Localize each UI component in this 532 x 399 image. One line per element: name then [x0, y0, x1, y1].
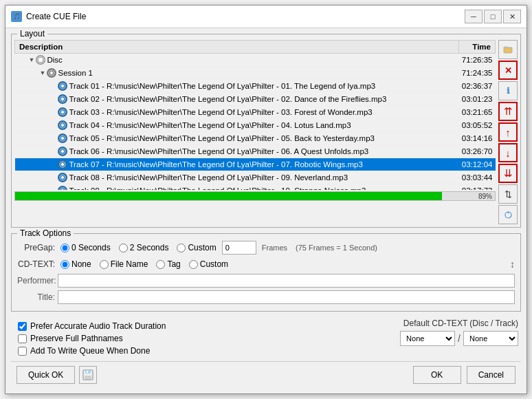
progress-bar-container: 89% [14, 191, 496, 201]
table-row[interactable]: Track 07 - R:\music\New\Philter\The Lege… [15, 158, 496, 171]
layout-group: Layout Description Time [11, 34, 521, 228]
close-button[interactable]: ✕ [503, 10, 521, 23]
default-cdtext-track-select[interactable]: None Artist Title [463, 331, 518, 346]
pregap-custom-label[interactable]: Custom [177, 243, 216, 252]
row-label: Track 01 - R:\music\New\Philter\The Lege… [69, 82, 376, 90]
cdtext-label: CD-TEXT: [17, 259, 55, 269]
prefer-accurate-checkbox[interactable] [18, 322, 27, 331]
track-icon [58, 186, 67, 190]
row-label: Disc [47, 56, 63, 64]
maximize-button[interactable]: □ [484, 10, 502, 23]
cdtext-none-label[interactable]: None [60, 259, 91, 269]
window-content: Layout Description Time [5, 28, 527, 393]
row-label: Track 07 - R:\music\New\Philter\The Lege… [69, 160, 363, 169]
table-row[interactable]: Track 05 - R:\music\New\Philter\The Lege… [15, 132, 496, 145]
cdtext-custom-label[interactable]: Custom [189, 259, 228, 269]
track-icon [58, 81, 67, 91]
table-row[interactable]: Track 03 - R:\music\New\Philter\The Lege… [15, 106, 496, 119]
table-row[interactable]: Track 04 - R:\music\New\Philter\The Lege… [15, 119, 496, 132]
add-queue-checkbox[interactable] [18, 347, 27, 356]
cdtext-arrow-icon[interactable]: ↕ [510, 259, 515, 270]
row-time: 03:17:73 [459, 184, 496, 191]
pregap-custom-radio[interactable] [177, 244, 186, 252]
window-controls: ─ □ ✕ [465, 10, 521, 23]
pregap-0-radio[interactable] [60, 244, 69, 252]
track-list-area[interactable]: Description Time ▼Disc71:26:35▼Session 1… [14, 40, 496, 190]
move-bottom-button[interactable]: ⇊ [498, 164, 518, 183]
folder-button[interactable] [498, 40, 518, 59]
performer-input[interactable] [58, 274, 515, 288]
row-label: Track 02 - R:\music\New\Philter\The Lege… [69, 95, 387, 103]
cancel-button[interactable]: Cancel [467, 366, 516, 384]
move-up-button[interactable]: ↑ [498, 122, 518, 142]
row-time: 03:03:44 [459, 171, 496, 184]
delete-button[interactable]: ✕ [498, 61, 518, 80]
row-label: Track 03 - R:\music\New\Philter\The Lege… [69, 108, 373, 116]
cdtext-row: CD-TEXT: None File Name Tag [17, 259, 515, 270]
performer-row: Performer: [17, 274, 515, 288]
window-title: Create CUE File [26, 12, 461, 21]
refresh-button[interactable] [498, 205, 518, 224]
move-down-button[interactable]: ↓ [498, 143, 518, 162]
cdtext-filename-label[interactable]: File Name [100, 259, 148, 269]
window-icon: 🎵 [11, 11, 22, 22]
checkboxes-section: Prefer Accurate Audio Track Duration Pre… [14, 319, 170, 358]
pregap-radio-group: 0 Seconds 2 Seconds Custom [60, 243, 217, 252]
table-row[interactable]: Track 08 - R:\music\New\Philter\The Lege… [15, 171, 496, 184]
footer: Quick OK OK Cancel [11, 361, 521, 388]
preserve-paths-label[interactable]: Preserve Full Pathnames [18, 334, 166, 343]
prefer-accurate-label[interactable]: Prefer Accurate Audio Track Duration [18, 321, 166, 331]
title-input[interactable] [58, 290, 515, 304]
row-label: Track 09 - R:\music\New\Philter\The Lege… [69, 186, 366, 190]
cdtext-custom-radio[interactable] [189, 260, 198, 269]
layout-main: Description Time ▼Disc71:26:35▼Session 1… [14, 40, 496, 224]
progress-bar [15, 192, 442, 200]
default-cdtext-disc-select[interactable]: None Artist Album [400, 331, 455, 346]
add-queue-label[interactable]: Add To Write Queue When Done [18, 346, 166, 356]
table-row[interactable]: Track 01 - R:\music\New\Philter\The Lege… [15, 80, 496, 93]
table-row[interactable]: ▼Session 171:24:35 [15, 67, 496, 80]
row-time: 03:01:23 [459, 93, 496, 106]
performer-label: Performer: [17, 276, 55, 285]
layout-section: Description Time ▼Disc71:26:35▼Session 1… [14, 40, 518, 224]
row-label: Track 08 - R:\music\New\Philter\The Lege… [69, 173, 348, 182]
separator: / [458, 333, 461, 344]
table-row[interactable]: Track 02 - R:\music\New\Philter\The Lege… [15, 93, 496, 106]
minimize-button[interactable]: ─ [465, 10, 483, 23]
cdtext-tag-label[interactable]: Tag [156, 259, 180, 269]
move-top-button[interactable]: ⇈ [498, 102, 518, 121]
quick-ok-button[interactable]: Quick OK [16, 366, 75, 384]
frames-input[interactable] [222, 241, 256, 255]
svg-rect-4 [87, 371, 88, 373]
cdtext-filename-radio[interactable] [100, 260, 109, 269]
track-options-group: Track Options PreGap: 0 Seconds 2 Second… [11, 233, 521, 312]
row-label: Track 06 - R:\music\New\Philter\The Lege… [69, 147, 369, 155]
table-row[interactable]: Track 06 - R:\music\New\Philter\The Lege… [15, 145, 496, 158]
cdtext-radio-group: None File Name Tag Custom [60, 259, 228, 269]
cdtext-none-radio[interactable] [60, 260, 69, 269]
sort-button[interactable]: ⇅ [498, 184, 518, 204]
table-row[interactable]: Track 09 - R:\music\New\Philter\The Lege… [15, 184, 496, 191]
frames-note: (75 Frames = 1 Second) [296, 244, 377, 252]
row-label: Track 05 - R:\music\New\Philter\The Lege… [69, 134, 375, 142]
info-button[interactable]: ℹ [498, 81, 518, 100]
pregap-2-radio[interactable] [119, 244, 128, 252]
footer-left: Quick OK [16, 366, 97, 384]
col-description: Description [15, 41, 459, 54]
main-window: 🎵 Create CUE File ─ □ ✕ Layout [5, 5, 527, 394]
table-row[interactable]: ▼Disc71:26:35 [15, 54, 496, 67]
cdtext-tag-radio[interactable] [156, 260, 165, 269]
pregap-0-label[interactable]: 0 Seconds [60, 243, 111, 252]
preserve-paths-checkbox[interactable] [18, 334, 27, 343]
track-icon [58, 173, 67, 182]
title-row: Title: [17, 290, 515, 304]
track-icon [58, 133, 67, 143]
ok-button[interactable]: OK [413, 366, 461, 384]
save-button[interactable] [79, 366, 97, 384]
pregap-row: PreGap: 0 Seconds 2 Seconds Custom [17, 241, 515, 255]
default-cdtext-label: Default CD-TEXT (Disc / Track) [403, 319, 518, 328]
row-time: 71:24:35 [459, 67, 496, 80]
track-icon [58, 160, 67, 169]
layout-group-title: Layout [17, 29, 47, 39]
pregap-2-label[interactable]: 2 Seconds [119, 243, 169, 252]
